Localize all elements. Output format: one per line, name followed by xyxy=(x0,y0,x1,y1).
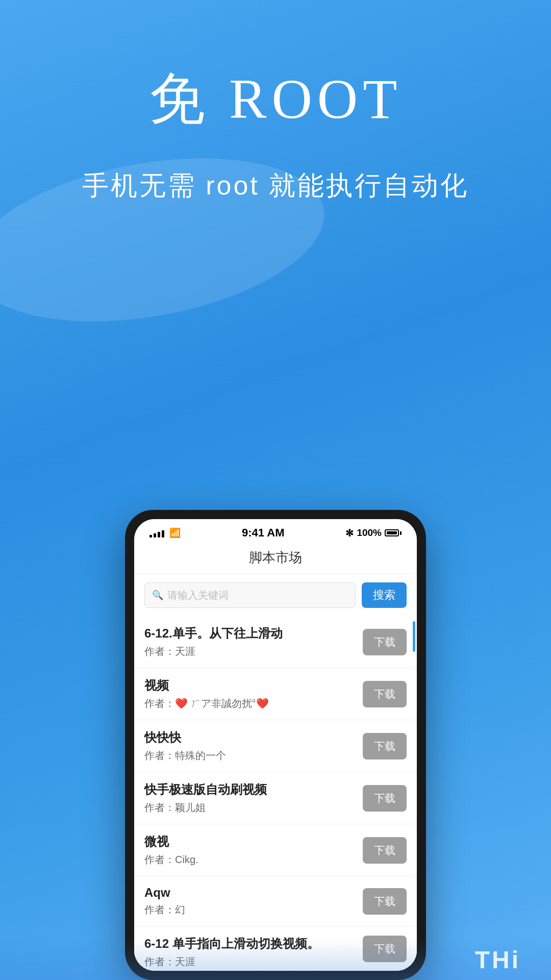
battery-tip xyxy=(400,531,402,535)
phone-mockup: 📶 9:41 AM ✻ 100% 脚本市场 xyxy=(125,510,426,980)
list-item: 视频 作者：❤️ ㄏア非誠勿扰°❤️ 下载 xyxy=(134,668,417,720)
header-section: 免 ROOT 手机无需 root 就能执行自动化 xyxy=(0,0,551,204)
script-name: 快快快 xyxy=(144,729,363,746)
battery-fill xyxy=(387,531,397,534)
thi-watermark: THi xyxy=(475,946,520,974)
wifi-icon: 📶 xyxy=(169,527,181,538)
status-left: 📶 xyxy=(149,527,181,538)
scroll-indicator xyxy=(413,621,415,652)
script-info: 6-12.单手。从下往上滑动 作者：天涯 xyxy=(144,625,363,658)
script-info: 快手极速版自动刷视频 作者：颖儿姐 xyxy=(144,781,363,815)
sub-title: 手机无需 root 就能执行自动化 xyxy=(0,168,551,204)
battery-icon xyxy=(385,529,402,536)
download-button[interactable]: 下载 xyxy=(363,629,407,655)
app-title: 脚本市场 xyxy=(249,550,302,565)
status-right: ✻ 100% xyxy=(345,527,402,539)
script-list: 6-12.单手。从下往上滑动 作者：天涯 下载 视频 作者：❤️ ㄏア非誠勿扰°… xyxy=(134,616,417,971)
search-placeholder: 请输入关键词 xyxy=(167,589,229,602)
phone-screen: 📶 9:41 AM ✻ 100% 脚本市场 xyxy=(134,519,417,971)
app-header: 脚本市场 xyxy=(134,544,417,574)
download-button[interactable]: 下载 xyxy=(363,888,407,915)
script-name: Aqw xyxy=(144,886,363,900)
script-name: 视频 xyxy=(144,677,363,694)
script-author: 作者：❤️ ㄏア非誠勿扰°❤️ xyxy=(144,697,363,710)
signal-bar-4 xyxy=(162,530,164,537)
script-info: Aqw 作者：幻 xyxy=(144,886,363,917)
script-name: 快手极速版自动刷视频 xyxy=(144,781,363,798)
script-info: 快快快 作者：特殊的一个 xyxy=(144,729,363,763)
list-item: Aqw 作者：幻 下载 xyxy=(134,876,417,926)
script-author: 作者：天涯 xyxy=(144,645,363,658)
script-author: 作者：颖儿姐 xyxy=(144,801,363,815)
battery-body xyxy=(385,529,399,536)
bluetooth-icon: ✻ xyxy=(345,527,354,539)
search-section: 🔍 请输入关键词 搜索 xyxy=(134,574,417,616)
search-button[interactable]: 搜索 xyxy=(362,582,407,608)
script-author: 作者：幻 xyxy=(144,903,363,917)
download-button[interactable]: 下载 xyxy=(363,681,407,707)
list-item: 快快快 作者：特殊的一个 下载 xyxy=(134,720,417,772)
signal-bar-3 xyxy=(158,532,160,537)
signal-bars-icon xyxy=(149,528,164,537)
script-info: 微视 作者：Cikg. xyxy=(144,834,363,867)
signal-bar-1 xyxy=(149,535,152,537)
main-title: 免 ROOT xyxy=(0,61,551,137)
search-icon: 🔍 xyxy=(152,590,163,601)
status-time: 9:41 AM xyxy=(242,526,285,540)
script-info: 视频 作者：❤️ ㄏア非誠勿扰°❤️ xyxy=(144,677,363,710)
script-author: 作者：Cikg. xyxy=(144,853,363,867)
script-name: 微视 xyxy=(144,834,363,850)
download-button[interactable]: 下载 xyxy=(363,837,407,864)
phone-mockup-container: 📶 9:41 AM ✻ 100% 脚本市场 xyxy=(125,510,426,980)
script-author: 作者：特殊的一个 xyxy=(144,749,363,763)
download-button[interactable]: 下载 xyxy=(363,733,407,760)
list-item: 快手极速版自动刷视频 作者：颖儿姐 下载 xyxy=(134,772,417,824)
search-input-wrapper[interactable]: 🔍 请输入关键词 xyxy=(144,582,356,608)
battery-percent: 100% xyxy=(357,527,382,538)
list-item: 6-12.单手。从下往上滑动 作者：天涯 下载 xyxy=(134,616,417,668)
status-bar: 📶 9:41 AM ✻ 100% xyxy=(134,519,417,544)
signal-bar-2 xyxy=(154,533,156,537)
script-name: 6-12.单手。从下往上滑动 xyxy=(144,625,363,642)
download-button[interactable]: 下载 xyxy=(363,785,407,812)
bottom-watermark-area: THi xyxy=(0,939,551,980)
list-item: 微视 作者：Cikg. 下载 xyxy=(134,824,417,876)
